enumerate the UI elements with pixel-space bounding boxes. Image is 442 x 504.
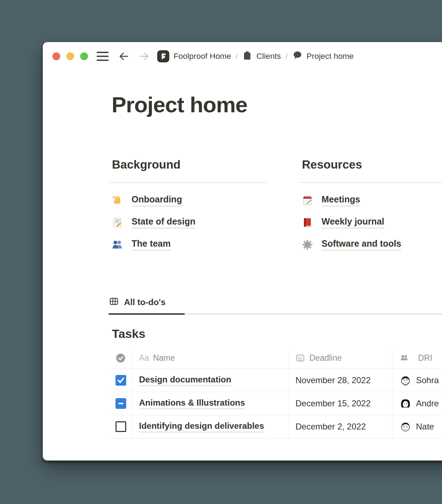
dri-name: Andre xyxy=(416,398,439,408)
traffic-lights xyxy=(52,52,88,60)
page-link-state-of-design[interactable]: State of design xyxy=(109,211,267,233)
column-header-deadline[interactable]: Deadline xyxy=(289,348,392,369)
page-link-onboarding[interactable]: Onboarding xyxy=(109,189,267,211)
minimize-window-button[interactable] xyxy=(66,52,74,60)
dri-name: Sohra xyxy=(416,375,439,385)
page-link-meetings[interactable]: Meetings xyxy=(299,189,442,211)
avatar xyxy=(400,398,411,410)
resources-section: Resources xyxy=(299,158,442,256)
column-header-dri[interactable]: DRI xyxy=(392,348,442,369)
app-window: Foolproof Home / Clients / xyxy=(43,42,442,461)
speech-bubble-icon xyxy=(292,50,302,62)
back-arrow-icon[interactable] xyxy=(118,51,129,62)
table-header-row: Aa Name Deadline xyxy=(109,348,442,369)
database-view-tabs: All to-do's xyxy=(109,297,442,315)
page-link-the-team[interactable]: The team xyxy=(109,233,267,256)
page-link-label: State of design xyxy=(132,216,195,228)
page-link-label: Software and tools xyxy=(322,238,401,251)
two-people-icon xyxy=(112,239,123,250)
breadcrumb-separator: / xyxy=(231,52,242,61)
section-heading: Resources xyxy=(299,158,442,171)
task-deadline-cell[interactable]: November 28, 2022 xyxy=(289,369,392,392)
tab-all-todos[interactable]: All to-do's xyxy=(109,297,167,313)
active-tab-underline xyxy=(109,313,185,315)
breadcrumb-item-project-home[interactable]: Project home xyxy=(292,50,354,62)
dri-name: Nate xyxy=(416,422,434,432)
task-name-link[interactable]: Animations & Illustrations xyxy=(139,398,245,409)
page-title: Project home xyxy=(112,92,247,117)
table-row: Design documentation November 28, 2022 S… xyxy=(109,369,442,392)
zoom-window-button[interactable] xyxy=(80,52,88,60)
task-checkbox[interactable] xyxy=(115,398,126,409)
red-book-icon xyxy=(302,217,313,228)
divider xyxy=(109,182,267,183)
check-circle-icon xyxy=(115,353,126,363)
people-icon xyxy=(400,353,409,363)
tab-underline-track xyxy=(109,313,442,315)
task-name-link[interactable]: Design documentation xyxy=(139,375,231,386)
waving-hand-icon xyxy=(112,195,123,206)
tasks-heading: Tasks xyxy=(112,327,145,341)
spiral-calendar-icon xyxy=(302,195,313,206)
avatar xyxy=(400,375,411,386)
page-link-label: Onboarding xyxy=(132,194,182,206)
avatar xyxy=(400,421,411,433)
background-section: Background xyxy=(109,158,267,256)
menu-icon[interactable] xyxy=(97,52,109,61)
foolproof-logo xyxy=(157,50,169,62)
column-header-checkbox[interactable] xyxy=(109,348,133,369)
section-heading: Background xyxy=(109,158,267,171)
table-row: Animations & Illustrations December 15, … xyxy=(109,392,442,415)
window-titlebar: Foolproof Home / Clients / xyxy=(43,42,442,71)
task-checkbox[interactable] xyxy=(115,375,126,386)
calendar-icon xyxy=(295,353,305,363)
task-deadline-cell[interactable]: December 15, 2022 xyxy=(289,392,392,415)
breadcrumb: Foolproof Home / Clients / xyxy=(157,50,354,62)
tab-label: All to-do's xyxy=(124,297,165,307)
task-dri-cell[interactable]: Nate xyxy=(392,415,442,438)
page-link-label: The team xyxy=(132,238,171,251)
page-link-weekly-journal[interactable]: Weekly journal xyxy=(299,211,442,233)
clipboard-icon xyxy=(242,51,252,62)
page-link-software-and-tools[interactable]: Software and tools xyxy=(299,233,442,256)
breadcrumb-label: Project home xyxy=(307,52,354,61)
column-header-name[interactable]: Aa Name xyxy=(133,348,289,369)
task-checkbox[interactable] xyxy=(115,421,126,432)
gear-icon xyxy=(302,239,313,250)
divider xyxy=(299,182,442,183)
table-view-icon xyxy=(109,297,119,308)
page-link-label: Meetings xyxy=(322,194,360,206)
breadcrumb-label: Foolproof Home xyxy=(174,52,231,61)
memo-icon xyxy=(112,217,123,228)
task-name-link[interactable]: Identifying design deliverables xyxy=(139,421,264,432)
text-type-icon: Aa xyxy=(139,353,149,363)
task-deadline-cell[interactable]: December 2, 2022 xyxy=(289,415,392,438)
task-dri-cell[interactable]: Andre xyxy=(392,392,442,415)
page-link-label: Weekly journal xyxy=(322,216,384,228)
forward-arrow-icon[interactable] xyxy=(139,51,150,62)
breadcrumb-item-foolproof-home[interactable]: Foolproof Home xyxy=(157,50,231,62)
close-window-button[interactable] xyxy=(52,52,60,60)
breadcrumb-label: Clients xyxy=(256,52,281,61)
task-dri-cell[interactable]: Sohra xyxy=(392,369,442,392)
tasks-table: Aa Name Deadline xyxy=(109,348,442,438)
breadcrumb-separator: / xyxy=(281,52,292,61)
breadcrumb-item-clients[interactable]: Clients xyxy=(242,51,281,62)
table-row: Identifying design deliverables December… xyxy=(109,415,442,438)
